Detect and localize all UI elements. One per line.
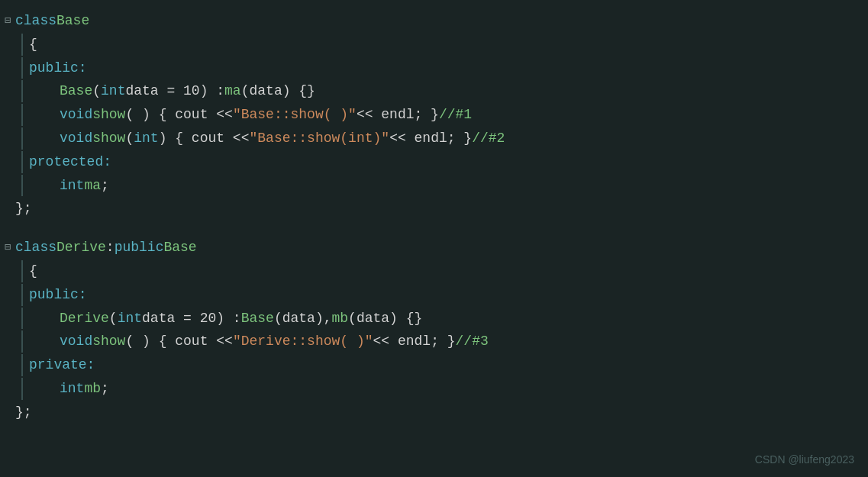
derive-class-block: ⊟ class Derive : public Base { public: D… — [0, 234, 868, 425]
vert-line-6 — [21, 151, 23, 173]
vert-line-10 — [21, 308, 23, 330]
base-protected-keyword: protected: — [29, 151, 111, 173]
base-constructor-name: Base — [60, 80, 92, 102]
vert-line-1 — [21, 34, 23, 56]
derive-class-header-line: ⊟ class Derive : public Base — [0, 236, 868, 259]
class-keyword-derive: class — [15, 237, 56, 259]
derive-show-line: void show ( ) { cout << "Derive::show( )… — [0, 330, 868, 353]
base-show-void-line: void show ( ) { cout << "Base::show( )" … — [0, 103, 868, 127]
base-show-method-1: show — [92, 104, 125, 126]
derive-public-inherit: public — [115, 237, 164, 259]
derive-comment-3: //#3 — [456, 330, 489, 353]
base-protected-line: protected: — [0, 150, 868, 174]
base-constructor-int: int — [101, 80, 125, 102]
derive-private-keyword: private: — [29, 354, 95, 376]
base-public-keyword: public: — [29, 57, 87, 79]
derive-void-keyword: void — [60, 330, 92, 353]
base-class-name: Base — [56, 10, 89, 32]
base-void-keyword-2: void — [60, 127, 92, 150]
base-public-line: public: — [0, 56, 868, 80]
derive-show-method: show — [92, 330, 125, 353]
base-ma-line: int ma ; — [0, 174, 868, 198]
derive-constructor-name: Derive — [60, 308, 109, 330]
base-ma-name: ma — [84, 175, 101, 197]
vert-line-3 — [21, 80, 23, 102]
derive-mb-name: mb — [84, 378, 101, 400]
collapse-icon-base[interactable]: ⊟ — [0, 12, 15, 29]
vert-line-12 — [21, 354, 23, 376]
base-class-header-line: ⊟ class Base — [0, 9, 868, 33]
base-class-block: ⊟ class Base { public: Base ( int data =… — [0, 8, 868, 222]
derive-close-brace: }; — [15, 401, 32, 424]
derive-open-brace: { — [29, 260, 37, 282]
base-open-brace: { — [29, 34, 37, 56]
derive-mb-line: int mb ; — [0, 377, 868, 401]
base-constructor-params: ( — [92, 80, 101, 102]
collapse-icon-derive[interactable]: ⊟ — [0, 239, 15, 256]
base-show-int-param: int — [134, 127, 158, 150]
watermark: CSDN @liufeng2023 — [755, 451, 854, 468]
base-void-keyword-1: void — [60, 104, 92, 126]
base-show-int-line: void show ( int ) { cout << "Base::show(… — [0, 127, 868, 150]
vert-line-11 — [21, 330, 23, 353]
base-constructor-line: Base ( int data = 10) : ma (data) {} — [0, 79, 868, 103]
base-comment-1: //#1 — [439, 104, 472, 126]
base-show-string-2: "Base::show(int)" — [249, 127, 389, 150]
base-ma-init: ma — [224, 80, 241, 102]
derive-class-name: Derive — [56, 237, 106, 259]
base-show-string-1: "Base::show( )" — [233, 104, 357, 126]
derive-show-string: "Derive::show( )" — [233, 330, 373, 353]
derive-mb-int: int — [60, 378, 84, 400]
vert-line-5 — [21, 127, 23, 150]
derive-close-brace-line: }; — [0, 401, 868, 424]
vert-line-8 — [21, 260, 23, 282]
derive-public-keyword: public: — [29, 284, 87, 306]
derive-public-line: public: — [0, 283, 868, 307]
derive-base-init: Base — [241, 308, 274, 330]
derive-base-name: Base — [163, 237, 196, 259]
vert-line-4 — [21, 104, 23, 126]
base-open-brace-line: { — [0, 33, 868, 56]
derive-constructor-line: Derive ( int data = 20) : Base (data), m… — [0, 307, 868, 330]
derive-mb-init: mb — [332, 308, 349, 330]
vert-line-7 — [21, 175, 23, 197]
class-separator — [0, 222, 868, 234]
class-keyword-base: class — [15, 10, 56, 32]
derive-private-line: private: — [0, 353, 868, 377]
base-show-method-2: show — [92, 127, 125, 150]
base-close-brace: }; — [15, 198, 32, 220]
derive-constructor-int: int — [118, 308, 142, 330]
base-comment-2: //#2 — [472, 127, 505, 150]
base-close-brace-line: }; — [0, 197, 868, 221]
vert-line-9 — [21, 284, 23, 306]
code-editor: ⊟ class Base { public: Base ( int data =… — [0, 0, 868, 477]
derive-open-brace-line: { — [0, 259, 868, 283]
base-ma-int: int — [60, 175, 84, 197]
vert-line-2 — [21, 57, 23, 79]
vert-line-13 — [21, 378, 23, 400]
